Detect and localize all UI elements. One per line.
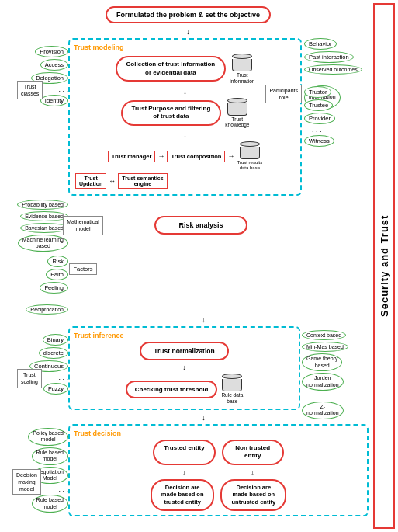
threshold-node: Checking trust threshold xyxy=(126,381,218,398)
trust-decision-box: Trust decision Trusted entity Non truste… xyxy=(68,424,369,516)
fuzzy-oval: Fuzzy xyxy=(43,383,68,395)
trust-modeling-label: Trust modeling xyxy=(74,43,296,51)
behavior-oval: Behavior xyxy=(304,38,337,50)
arrow-comp: → xyxy=(227,152,234,160)
risk-center: Risk analysis xyxy=(98,216,304,235)
game-theory-oval: Game theorybased xyxy=(302,353,342,371)
decision-untrusted-node: Decision aremade based onuntrusted entit… xyxy=(220,479,286,511)
collection-row: Collection of trust informationor eviden… xyxy=(74,54,296,85)
decision-statements-row: Decision aremade based ontrusted entity … xyxy=(74,479,363,511)
arrow-manager: → xyxy=(157,152,164,160)
arrow-2: ↓ xyxy=(74,88,296,96)
diagram-area: Formulated the problem & set the objecti… xyxy=(0,0,373,532)
binary-oval: Binary xyxy=(43,334,68,346)
trust-updation-box: TrustUpdation xyxy=(75,173,106,189)
top-node-container: Formulated the problem & set the objecti… xyxy=(6,6,370,23)
non-trusted-entity-node: Non trustedentity xyxy=(222,440,284,465)
witness-oval: Witness xyxy=(304,135,334,147)
trust-decision-section: Policy basedmodel Rule basedmodel Negoti… xyxy=(6,424,370,516)
right-participants: Trustor Trustee Provider . . . Witness xyxy=(304,86,370,147)
collection-node: Collection of trust informationor eviden… xyxy=(116,56,227,82)
jorden-norm-oval: Jordennormalization xyxy=(302,373,344,391)
bayesian-based-oval: Bayesian based xyxy=(20,223,68,233)
faith-oval: Faith xyxy=(46,269,68,280)
trusted-entity-node: Trusted entity xyxy=(153,440,215,465)
left-math-model: Probability based Evidence based Bayesia… xyxy=(6,200,68,252)
reciprocation-oval: Reciprocation xyxy=(26,304,68,315)
purpose-row: Trust Purpose and filteringof trust data… xyxy=(74,98,296,129)
prob-based-oval: Probability based xyxy=(17,200,68,210)
trust-results-db-icon xyxy=(240,141,260,159)
arrow-untrusted: ↓ xyxy=(222,468,284,477)
updation-row: TrustUpdation ↔ Trust semanticsengine xyxy=(74,173,296,189)
rule-db-label: Rule database xyxy=(221,392,243,405)
trust-normalization-node: Trust normalization xyxy=(140,342,229,360)
rule-based-oval: Rule basedmodel xyxy=(32,447,68,465)
right-trust-inference: Context based Min-Mas based Game theoryb… xyxy=(302,330,370,419)
risk-analysis-node: Risk analysis xyxy=(154,216,247,235)
trust-knowledge-db-icon xyxy=(227,98,247,116)
rule-db-icon xyxy=(222,374,242,391)
trustor-oval: Trustor xyxy=(304,86,331,98)
dots-f: . . . xyxy=(58,295,68,303)
trustee-oval: Trustee xyxy=(304,99,333,111)
sidebar-label: Security and Trust xyxy=(373,3,395,529)
manager-row: Trust manager → Trust composition → Trus… xyxy=(74,141,296,171)
left-factors: Risk Faith Feeling . . . Reciprocation xyxy=(6,256,68,315)
factors-label-container: Factors xyxy=(68,256,98,275)
trust-inference-box: Trust inference Trust normalization ↓ Ch… xyxy=(68,326,300,410)
entity-row: Trusted entity Non trustedentity xyxy=(74,440,363,465)
arrow-1: ↓ xyxy=(6,28,370,36)
trust-composition-box: Trust composition xyxy=(167,151,225,162)
trust-semantics-box: Trust semanticsengine xyxy=(118,173,167,189)
feeling-oval: Feeling xyxy=(40,282,68,294)
ml-based-oval: Machine learningbased xyxy=(18,235,68,252)
trust-inference-label: Trust inference xyxy=(74,332,295,339)
arrow-4: ↓ xyxy=(6,316,370,324)
discrete-oval: discrete xyxy=(39,347,68,359)
dots-1: . . . xyxy=(304,76,322,84)
trust-classes-label-box: Trustclasses xyxy=(17,81,43,99)
dots-p: . . . xyxy=(304,126,322,134)
past-interaction-oval: Past interaction xyxy=(304,51,354,63)
dots-ti: . . . xyxy=(302,392,320,400)
arrows-decision: ↓ ↓ xyxy=(74,468,363,477)
purpose-node: Trust Purpose and filteringof trust data xyxy=(121,100,222,126)
trust-knowledge-db: Trustknowledge xyxy=(225,98,249,129)
math-risk-row: Probability based Evidence based Bayesia… xyxy=(6,200,370,252)
observed-outcomes-oval: Observed outcomes xyxy=(304,64,362,75)
identity-oval: Identity xyxy=(40,95,68,106)
trust-info-db: Trustinformation xyxy=(230,54,254,85)
dots-dm: . . . xyxy=(58,485,68,493)
trust-scaling-label-box: Trustscaling xyxy=(17,369,42,388)
threshold-row: Checking trust threshold Rule database xyxy=(74,374,295,405)
factors-row: Risk Faith Feeling . . . Reciprocation F… xyxy=(6,256,370,315)
math-model-label-container: Mathematicalmodel xyxy=(68,216,98,235)
decision-making-label: Decisionmakingmodel xyxy=(12,469,41,495)
trust-decision-label: Trust decision xyxy=(74,429,363,437)
dots-ts: . . . xyxy=(58,374,68,381)
arrow-trusted: ↓ xyxy=(154,468,216,477)
decision-trusted-node: Decision aremade based ontrusted entity xyxy=(151,479,215,511)
trust-scaling-label: Trustscaling xyxy=(17,369,42,388)
trust-info-db-icon xyxy=(232,54,252,71)
rule-db-container: Rule database xyxy=(221,374,243,405)
trust-results-db-container: Trust resultsdata base xyxy=(237,141,262,171)
trust-modeling-section: Behavior Past interaction Observed outco… xyxy=(6,38,370,196)
trust-inference-section: Binary discrete Continuous . . . Fuzzy T… xyxy=(6,326,370,410)
risk-oval: Risk xyxy=(47,256,68,267)
trust-info-label: Trustinformation xyxy=(230,72,254,85)
role-based-oval: Role basedmodel xyxy=(32,495,68,513)
dots-tc: . . . xyxy=(58,85,68,93)
trust-manager-box: Trust manager xyxy=(108,151,156,162)
main-container: Formulated the problem & set the objecti… xyxy=(0,0,398,532)
trust-results-label: Trust resultsdata base xyxy=(237,160,262,171)
decision-making-label-box: Decisionmakingmodel xyxy=(12,469,41,495)
minmas-based-oval: Min-Mas based xyxy=(302,342,348,352)
access-oval: Access xyxy=(40,59,68,71)
participants-role-box: Participantsrole xyxy=(265,85,302,103)
arrow-5: ↓ xyxy=(74,363,295,371)
provider-oval: Provider xyxy=(304,113,335,124)
arrow-3: ↓ xyxy=(74,131,296,139)
provision-oval: Provision xyxy=(35,46,68,57)
